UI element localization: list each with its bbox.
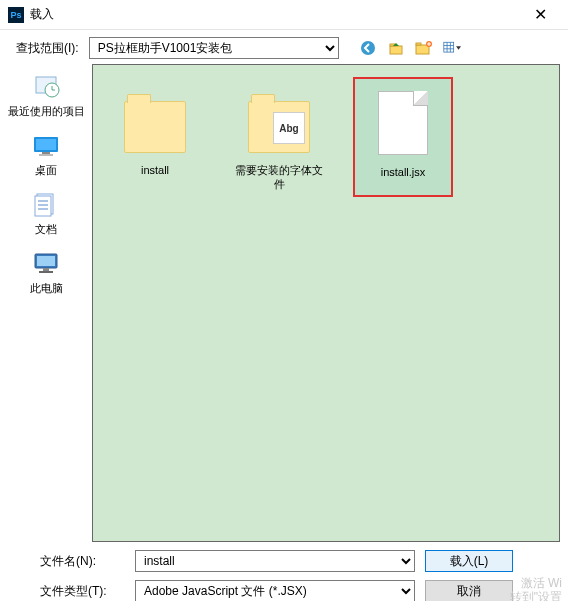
filename-label: 文件名(N): <box>40 553 125 570</box>
svg-rect-4 <box>416 43 421 45</box>
back-button[interactable] <box>359 39 377 57</box>
file-item-folder[interactable]: 需要安装的字体文件 <box>229 77 329 197</box>
new-folder-button[interactable] <box>415 39 433 57</box>
main-area: 最近使用的项目 桌面 文档 此电脑 install 需要安装 <box>0 64 568 542</box>
svg-rect-25 <box>39 271 53 273</box>
svg-rect-18 <box>35 196 51 216</box>
filetype-select[interactable]: Adobe JavaScript 文件 (*.JSX) <box>135 580 415 601</box>
folder-icon <box>124 101 186 153</box>
svg-point-0 <box>361 41 375 55</box>
file-list-area[interactable]: install 需要安装的字体文件 install.jsx <box>92 64 560 542</box>
app-icon: Ps <box>8 7 24 23</box>
load-button[interactable]: 载入(L) <box>425 550 513 572</box>
place-label: 此电脑 <box>30 281 63 296</box>
recent-icon <box>30 74 62 100</box>
svg-rect-23 <box>37 256 55 266</box>
filetype-label: 文件类型(T): <box>40 583 125 600</box>
place-desktop[interactable]: 桌面 <box>0 131 92 180</box>
svg-rect-15 <box>42 152 50 154</box>
place-label: 文档 <box>35 222 57 237</box>
look-in-select[interactable]: PS拉框助手V1001安装包 <box>89 37 339 59</box>
places-sidebar: 最近使用的项目 桌面 文档 此电脑 <box>0 64 92 542</box>
file-icon <box>378 91 428 155</box>
svg-rect-24 <box>43 268 49 271</box>
documents-icon <box>30 192 62 218</box>
place-label: 最近使用的项目 <box>8 104 85 119</box>
file-name: 需要安装的字体文件 <box>231 163 327 191</box>
place-documents[interactable]: 文档 <box>0 190 92 239</box>
thispc-icon <box>30 251 62 277</box>
folder-icon <box>248 101 310 153</box>
look-in-label: 查找范围(I): <box>16 40 79 57</box>
svg-rect-1 <box>390 46 402 54</box>
titlebar: Ps 载入 ✕ <box>0 0 568 30</box>
file-name: install.jsx <box>381 165 426 179</box>
view-menu-button[interactable] <box>443 39 461 57</box>
filename-input[interactable]: install <box>135 550 415 572</box>
up-one-level-button[interactable] <box>387 39 405 57</box>
svg-rect-16 <box>39 154 53 156</box>
window-title: 载入 <box>30 6 520 23</box>
cancel-button[interactable]: 取消 <box>425 580 513 601</box>
place-recent[interactable]: 最近使用的项目 <box>0 72 92 121</box>
file-name: install <box>141 163 169 177</box>
place-label: 桌面 <box>35 163 57 178</box>
bottom-panel: 文件名(N): install 载入(L) 文件类型(T): Adobe Jav… <box>0 542 568 601</box>
file-item-folder[interactable]: install <box>105 77 205 197</box>
svg-rect-14 <box>36 139 56 150</box>
close-button[interactable]: ✕ <box>520 1 560 29</box>
svg-rect-3 <box>416 45 429 54</box>
desktop-icon <box>30 133 62 159</box>
look-in-toolbar: 查找范围(I): PS拉框助手V1001安装包 <box>0 30 568 64</box>
svg-rect-6 <box>443 42 453 52</box>
file-item-selected[interactable]: install.jsx <box>353 77 453 197</box>
place-thispc[interactable]: 此电脑 <box>0 249 92 298</box>
